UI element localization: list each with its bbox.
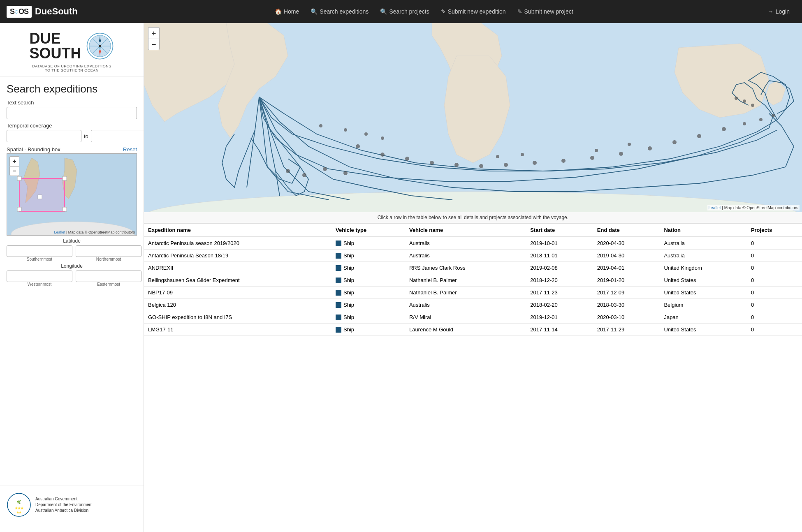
table-row[interactable]: Antarctic Peninsula Season 18/19 Ship Au… xyxy=(144,250,802,262)
ship-icon xyxy=(336,290,341,296)
aus-gov-div: Australian Antarctica Division xyxy=(35,508,93,513)
ship-icon xyxy=(336,302,341,308)
svg-point-40 xyxy=(590,156,594,160)
table-area: Click a row in the table below to see al… xyxy=(144,212,802,532)
cell-expedition-name: Bellingshausen Sea Glider Experiment xyxy=(144,274,331,287)
nav-home[interactable]: 🏠 Home xyxy=(269,0,305,23)
svg-rect-14 xyxy=(17,176,21,180)
svg-point-36 xyxy=(479,164,483,168)
svg-point-59 xyxy=(319,124,322,127)
cell-vehicle-type: Ship xyxy=(331,299,405,311)
svg-point-58 xyxy=(344,128,347,132)
cell-vehicle-name: Laurence M Gould xyxy=(405,324,526,336)
reset-link[interactable]: Reset xyxy=(123,146,137,153)
cell-start-date: 2018-02-20 xyxy=(526,299,593,311)
text-search-label: Text search xyxy=(7,99,137,106)
nav-search-projects[interactable]: 🔍 Search projects xyxy=(374,0,435,23)
cell-start-date: 2019-10-01 xyxy=(526,237,593,250)
southernmost-input[interactable] xyxy=(7,245,72,257)
logo-text: DUE SOUTH xyxy=(30,31,81,61)
table-row[interactable]: Belgica 120 Ship Australis 2018-02-20 20… xyxy=(144,299,802,311)
search-projects-icon: 🔍 xyxy=(380,8,387,15)
col-projects: Projects xyxy=(747,224,802,237)
cell-start-date: 2019-02-08 xyxy=(526,262,593,274)
cell-nation: Australia xyxy=(660,237,746,250)
westernmost-input[interactable] xyxy=(7,271,72,282)
cell-expedition-name: Antarctic Peninsula season 2019/2020 xyxy=(144,237,331,250)
mini-map-zoom-in[interactable]: + xyxy=(9,156,19,166)
main-map-zoom-in[interactable]: + xyxy=(148,27,160,39)
text-search-input[interactable] xyxy=(7,107,137,119)
table-row[interactable]: Antarctic Peninsula season 2019/2020 Shi… xyxy=(144,237,802,250)
cell-end-date: 2018-03-30 xyxy=(593,299,660,311)
sidebar-logo-main: DUE SOUTH xyxy=(30,31,114,61)
nav-submit-expedition[interactable]: ✎ Submit new expedition xyxy=(435,0,512,23)
table-row[interactable]: GO-SHIP expedition to I8N and I7S Ship R… xyxy=(144,311,802,324)
main-leaflet-link[interactable]: Leaflet xyxy=(709,206,721,210)
mini-map-zoom-out[interactable]: − xyxy=(9,166,19,176)
main-map-zoom-out[interactable]: − xyxy=(148,39,160,50)
table-header: Expedition name Vehicle type Vehicle nam… xyxy=(144,224,802,237)
svg-rect-16 xyxy=(38,195,42,199)
mini-map[interactable]: + − xyxy=(7,153,137,236)
svg-point-63 xyxy=(521,153,524,156)
longitude-label: Longitude xyxy=(7,263,137,269)
svg-point-54 xyxy=(743,99,746,103)
northernmost-input[interactable] xyxy=(76,245,141,257)
vehicle-type-text: Ship xyxy=(343,265,354,271)
svg-point-56 xyxy=(381,136,384,140)
svg-point-61 xyxy=(628,143,631,146)
cell-projects: 0 xyxy=(747,311,802,324)
ship-icon xyxy=(336,315,341,320)
navbar-brand[interactable]: S○OS DueSouth xyxy=(7,6,78,18)
svg-point-39 xyxy=(561,159,566,163)
main-map[interactable]: + − xyxy=(144,23,802,212)
svg-point-45 xyxy=(302,173,306,177)
nav-search-expeditions[interactable]: 🔍 Search expeditions xyxy=(305,0,374,23)
navbar: S○OS DueSouth 🏠 Home 🔍 Search expedition… xyxy=(0,0,802,23)
col-expedition-name: Expedition name xyxy=(144,224,331,237)
latitude-label: Latitude xyxy=(7,238,137,244)
cell-vehicle-type: Ship xyxy=(331,250,405,262)
svg-point-37 xyxy=(504,163,508,167)
lon-row: Westernmost Easternmost xyxy=(7,271,137,287)
svg-rect-18 xyxy=(63,207,67,211)
cell-end-date: 2019-01-20 xyxy=(593,274,660,287)
submit-project-icon: ✎ xyxy=(517,8,522,15)
table-row[interactable]: NBP17-09 Ship Nathaniel B. Palmer 2017-1… xyxy=(144,287,802,299)
sidebar-title: Search expeditions xyxy=(0,77,144,98)
table-row[interactable]: ANDREXII Ship RRS James Clark Ross 2019-… xyxy=(144,262,802,274)
submit-expedition-icon: ✎ xyxy=(441,8,446,15)
table-notice: Click a row in the table below to see al… xyxy=(144,212,802,223)
vehicle-type-text: Ship xyxy=(343,314,354,320)
spatial-header: Spatial - Bounding box Reset xyxy=(0,144,144,153)
sidebar-footer: 🌿 ⭐⭐⭐ ⭐⭐ Australian Government Departmen… xyxy=(0,486,144,524)
svg-point-62 xyxy=(496,155,499,158)
table-row[interactable]: LMG17-11 Ship Laurence M Gould 2017-11-1… xyxy=(144,324,802,336)
ship-icon xyxy=(336,253,341,259)
cell-expedition-name: Belgica 120 xyxy=(144,299,331,311)
cell-vehicle-name: Australis xyxy=(405,250,526,262)
nav-submit-project[interactable]: ✎ Submit new project xyxy=(512,0,579,23)
cell-start-date: 2018-12-20 xyxy=(526,274,593,287)
leaflet-link[interactable]: Leaflet xyxy=(54,230,65,234)
cell-vehicle-name: R/V Mirai xyxy=(405,311,526,324)
easternmost-input[interactable] xyxy=(76,271,141,282)
svg-point-53 xyxy=(751,104,754,107)
temporal-from-input[interactable] xyxy=(7,130,81,142)
ship-icon xyxy=(336,265,341,271)
cell-expedition-name: GO-SHIP expedition to I8N and I7S xyxy=(144,311,331,324)
cell-vehicle-type: Ship xyxy=(331,324,405,336)
southernmost-field: Southernmost xyxy=(7,245,72,261)
mini-map-zoom: + − xyxy=(9,156,19,176)
aus-gov-dept: Department of the Environment xyxy=(35,502,93,508)
cell-projects: 0 xyxy=(747,299,802,311)
temporal-to-input[interactable] xyxy=(91,130,144,142)
nav-login[interactable]: → Login xyxy=(762,0,795,23)
cell-end-date: 2017-11-29 xyxy=(593,324,660,336)
cell-vehicle-name: Nathaniel B. Palmer xyxy=(405,287,526,299)
cell-end-date: 2020-03-10 xyxy=(593,311,660,324)
aus-gov-text: Australian Government Department of the … xyxy=(35,496,93,513)
table-row[interactable]: Bellingshausen Sea Glider Experiment Shi… xyxy=(144,274,802,287)
svg-point-51 xyxy=(759,118,763,121)
